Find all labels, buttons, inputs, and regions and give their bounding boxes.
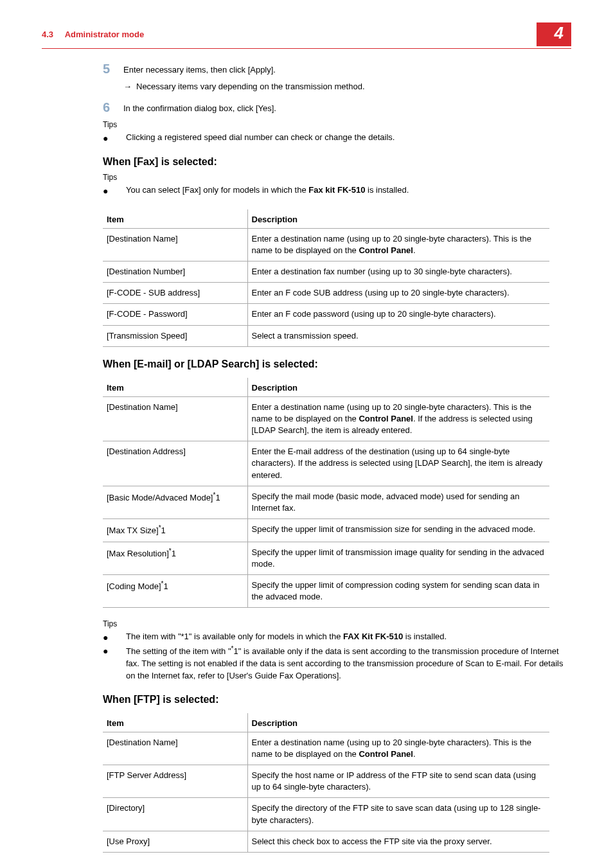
table-row: [Coding Mode]*1 Specify the upper limit …: [103, 575, 549, 608]
cell-item: [Directory]: [103, 798, 247, 831]
page-header: 4.3 Administrator mode 4: [42, 22, 571, 48]
table-row: [Basic Mode/Advaced Mode]*1 Specify the …: [103, 486, 549, 518]
email-heading: When [E-mail] or [LDAP Search] is select…: [103, 359, 571, 370]
th-desc: Description: [247, 209, 549, 229]
ftp-heading: When [FTP] is selected:: [103, 694, 571, 705]
fax-tips-list: ● You can select [Fax] only for models i…: [103, 184, 571, 197]
tips-label: Tips: [103, 173, 571, 182]
cell-item: [FTP Server Address]: [103, 765, 247, 798]
cell-desc: Specify the host name or IP address of t…: [247, 765, 549, 798]
table-header: Item Description: [103, 713, 549, 732]
chapter-number: 4: [537, 22, 571, 46]
step-text: Enter necessary items, then click [Apply…: [123, 62, 276, 76]
arrow-icon: →: [123, 82, 136, 91]
table-row: [Transmission Speed] Select a transmissi…: [103, 325, 549, 346]
table-row: [Use Proxy] Select this check box to acc…: [103, 831, 549, 852]
cell-item: [Max Resolution]*1: [103, 542, 247, 574]
list-item: ● The setting of the item with "*1" is a…: [103, 644, 571, 682]
cell-item: [Destination Name]: [103, 732, 247, 765]
email-tips-list: ● The item with "*1" is available only f…: [103, 631, 571, 682]
table-row: [Destination Name] Enter a destination n…: [103, 396, 549, 441]
table-row: [F-CODE - SUB address] Enter an F code S…: [103, 283, 549, 304]
table-row: [Destination Address] Enter the E-mail a…: [103, 441, 549, 486]
cell-item: [Destination Number]: [103, 261, 247, 282]
cell-item: [F-CODE - SUB address]: [103, 283, 247, 304]
th-item: Item: [103, 378, 247, 397]
cell-desc: Specify the upper limit of transmission …: [247, 519, 549, 542]
cell-desc: Enter a destination name (using up to 20…: [247, 732, 549, 765]
cell-desc: Specify the upper limit of compression c…: [247, 575, 549, 608]
list-item: ● Clicking a registered speed dial numbe…: [103, 132, 571, 145]
bullet-text: You can select [Fax] only for models in …: [126, 184, 409, 197]
cell-desc: Specify the upper limit of transmission …: [247, 542, 549, 574]
th-item: Item: [103, 713, 247, 732]
cell-desc: Specify the mail mode (basic mode, advac…: [247, 486, 549, 518]
table-row: [Directory] Specify the directory of the…: [103, 798, 549, 831]
table-header: Item Description: [103, 378, 549, 397]
cell-desc: Specify the directory of the FTP site to…: [247, 798, 549, 831]
table-row: [Destination Name] Enter a destination n…: [103, 732, 549, 765]
step-text: In the confirmation dialog box, click [Y…: [123, 100, 276, 115]
th-desc: Description: [247, 713, 549, 732]
table-row: [FTP Server Address] Specify the host na…: [103, 765, 549, 798]
list-item: ● The item with "*1" is available only f…: [103, 631, 571, 644]
th-desc: Description: [247, 378, 549, 397]
bullet-icon: ●: [103, 631, 126, 644]
bullet-icon: ●: [103, 644, 126, 682]
section-number: 4.3: [42, 30, 53, 39]
cell-item: [Basic Mode/Advaced Mode]*1: [103, 486, 247, 518]
header-divider: [42, 48, 571, 49]
cell-item: [Destination Name]: [103, 396, 247, 441]
bullet-icon: ●: [103, 132, 126, 145]
cell-desc: Enter an F code password (using up to 20…: [247, 304, 549, 325]
cell-item: [Transmission Speed]: [103, 325, 247, 346]
cell-desc: Enter an F code SUB address (using up to…: [247, 283, 549, 304]
bullet-icon: ●: [103, 184, 126, 197]
header-section: 4.3 Administrator mode: [42, 30, 144, 39]
cell-item: [Max TX Size]*1: [103, 519, 247, 542]
table-header: Item Description: [103, 209, 549, 229]
bullet-text: Clicking a registered speed dial number …: [126, 132, 395, 145]
table-row: [Max TX Size]*1 Specify the upper limit …: [103, 519, 549, 542]
cell-desc: Select this check box to access the FTP …: [247, 831, 549, 852]
sub-text: Necessary items vary depending on the tr…: [136, 82, 365, 91]
cell-desc: Enter a destination name (using up to 20…: [247, 228, 549, 261]
tips-label: Tips: [103, 619, 571, 628]
cell-desc: Select a transmission speed.: [247, 325, 549, 346]
cell-item: [Destination Name]: [103, 228, 247, 261]
cell-item: [Coding Mode]*1: [103, 575, 247, 608]
fax-heading: When [Fax] is selected:: [103, 156, 571, 168]
cell-item: [Destination Address]: [103, 441, 247, 486]
cell-item: [F-CODE - Password]: [103, 304, 247, 325]
step-number: 6: [103, 100, 123, 115]
step-number: 5: [103, 62, 123, 76]
bullet-text: The item with "*1" is available only for…: [126, 631, 447, 644]
step-5: 5 Enter necessary items, then click [App…: [103, 62, 571, 76]
fax-table: Item Description [Destination Name] Ente…: [103, 209, 549, 347]
section-title: Administrator mode: [65, 30, 145, 39]
cell-desc: Enter the E-mail address of the destinat…: [247, 441, 549, 486]
table-row: [F-CODE - Password] Enter an F code pass…: [103, 304, 549, 325]
ftp-table: Item Description [Destination Name] Ente…: [103, 713, 549, 853]
cell-item: [Use Proxy]: [103, 831, 247, 852]
table-row: [Destination Number] Enter a destination…: [103, 261, 549, 282]
list-item: ● You can select [Fax] only for models i…: [103, 184, 571, 197]
tips-list: ● Clicking a registered speed dial numbe…: [103, 132, 571, 145]
bullet-text: The setting of the item with "*1" is ava…: [126, 644, 571, 682]
table-row: [Max Resolution]*1 Specify the upper lim…: [103, 542, 549, 574]
cell-desc: Enter a destination name (using up to 20…: [247, 396, 549, 441]
tips-label: Tips: [103, 120, 571, 129]
email-table: Item Description [Destination Name] Ente…: [103, 378, 549, 608]
table-row: [Destination Name] Enter a destination n…: [103, 228, 549, 261]
step-5-sub: → Necessary items vary depending on the …: [123, 82, 571, 91]
th-item: Item: [103, 209, 247, 229]
cell-desc: Enter a destination fax number (using up…: [247, 261, 549, 282]
step-6: 6 In the confirmation dialog box, click …: [103, 100, 571, 115]
